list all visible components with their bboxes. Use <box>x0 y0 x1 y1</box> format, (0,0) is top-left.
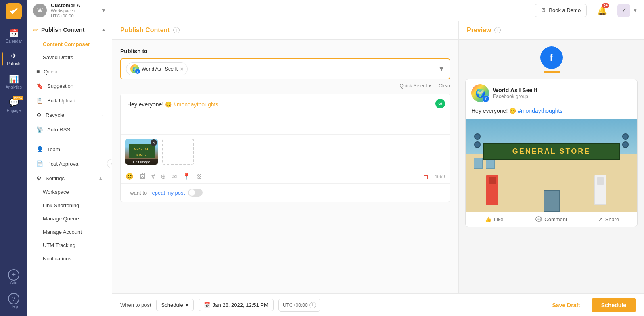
demo-icon: 🖥 <box>541 7 546 14</box>
sidebar-item-team[interactable]: 👤 Team <box>30 142 109 156</box>
preview-card-actions: 👍 Like 💬 Comment <box>466 212 637 227</box>
notification-badge: 9+ <box>602 3 609 8</box>
hubcap-1 <box>474 133 481 140</box>
link-toolbar-icon[interactable]: ⛓ <box>196 173 202 180</box>
sidebar-item-bulk-upload[interactable]: 📋 Bulk Upload <box>30 94 109 107</box>
sidebar-section-header: ✏ Publish Content ▲ <box>27 21 112 37</box>
book-demo-button[interactable]: 🖥 Book a Demo <box>535 4 587 17</box>
mail-toolbar-icon[interactable]: ✉ <box>171 173 177 180</box>
grammarly-button[interactable]: G <box>435 99 445 108</box>
right-decor <box>622 133 629 148</box>
sidebar-item-settings[interactable]: ⚙ Settings ▲ <box>30 171 109 185</box>
more-toolbar-icon[interactable]: ⊕ <box>161 173 166 180</box>
sidebar-chevron-up-icon[interactable]: ▲ <box>101 27 106 33</box>
publish-info-icon[interactable]: i <box>173 27 180 33</box>
workspace-meta: Workspace • UTC+00:00 <box>51 8 97 18</box>
sidebar-item-saved-drafts[interactable]: Saved Drafts <box>30 51 109 64</box>
like-button[interactable]: 👍 Like <box>466 212 523 227</box>
editor-toolbar: 😊 🖼 # ⊕ ✉ 📍 ⛓ 🗑 <box>121 169 450 183</box>
team-icon: 👤 <box>36 146 43 152</box>
divider-v: | <box>434 83 435 89</box>
store-sign: GENERAL STORE <box>129 144 155 158</box>
sidebar-item-queue[interactable]: ≡ Queue <box>30 64 109 78</box>
media-remove-button[interactable]: × <box>151 139 157 146</box>
sidebar-item-content-composer[interactable]: Content Composer <box>30 38 109 50</box>
hashtag-toolbar-icon[interactable]: # <box>151 173 155 180</box>
nav-item-calendar[interactable]: 📅 Calendar <box>2 24 26 48</box>
recycle-chevron-icon: › <box>101 112 103 117</box>
timezone-info-icon[interactable]: i <box>309 302 316 308</box>
sidebar-sub-utm-tracking[interactable]: UTM Tracking <box>30 239 109 252</box>
repeat-toggle[interactable] <box>188 189 203 197</box>
workspace-details: Customer A Workspace • UTC+00:00 <box>51 2 97 18</box>
date-picker-button[interactable]: 📅 Jan 28, 2022, 12:51 PM <box>199 299 274 311</box>
sidebar-item-recycle[interactable]: ♻ Recycle › <box>30 108 109 122</box>
preview-account-name: World As I See It <box>493 87 537 94</box>
sidebar-sub-link-shortening[interactable]: Link Shortening <box>30 199 109 212</box>
sidebar-sub-notifications[interactable]: Notifications <box>30 252 109 265</box>
delete-toolbar-icon[interactable]: 🗑 <box>423 173 429 180</box>
content-body: Publish to 🌍 f <box>112 40 458 293</box>
publish-content-heading: Publish Content <box>41 27 101 33</box>
add-media-button[interactable]: + <box>162 139 194 165</box>
quick-select-button[interactable]: Quick Select ▾ <box>400 83 431 89</box>
post-approval-icon: 📄 <box>36 160 43 167</box>
rss-icon: 📡 <box>36 126 43 133</box>
schedule-button[interactable]: Schedule <box>592 298 636 312</box>
app-logo[interactable] <box>6 3 22 19</box>
publish-tags: 🌍 f World As I See It × <box>126 62 188 75</box>
repeat-post-link[interactable]: repeat my post <box>150 190 185 196</box>
schedule-dropdown[interactable]: Schedule ▾ <box>156 299 194 311</box>
nav-item-help[interactable]: ? Help <box>2 289 26 313</box>
beta-badge: BETA <box>13 96 23 100</box>
schedule-chevron-down-icon: ▾ <box>186 302 188 308</box>
user-avatar-button[interactable]: ✓ ▼ <box>617 4 638 17</box>
clear-button[interactable]: Clear <box>439 83 450 89</box>
workspace-selector[interactable]: W Customer A Workspace • UTC+00:00 ▼ <box>27 0 112 21</box>
edit-image-label[interactable]: Edit Image <box>125 159 158 165</box>
nav-item-add[interactable]: + Add <box>2 265 26 289</box>
quick-select-row: Quick Select ▾ | Clear <box>120 83 450 89</box>
sidebar-item-post-approval[interactable]: 📄 Post Approval <box>30 157 109 170</box>
share-button[interactable]: ↗ Share <box>580 212 637 227</box>
nav-item-publish[interactable]: ✈ Publish <box>2 48 26 70</box>
settings-gear-icon: ⚙ <box>36 175 42 181</box>
settings-chevron-up-icon: ▲ <box>98 176 103 181</box>
nav-item-engage[interactable]: 💬 Engage BETA <box>2 94 26 117</box>
preview-info-icon[interactable]: i <box>494 27 501 33</box>
location-toolbar-icon[interactable]: 📍 <box>182 173 190 180</box>
save-draft-button[interactable]: Save Draft <box>546 299 586 312</box>
calendar-icon: 📅 <box>9 28 19 38</box>
media-thumbnail: GENERAL STORE Edit Image × <box>125 139 158 165</box>
media-section: GENERAL STORE Edit Image × + <box>121 134 450 169</box>
sidebar-item-suggestion[interactable]: 🔖 Suggestion <box>30 79 109 93</box>
emoji-toolbar-icon[interactable]: 😊 <box>125 173 134 180</box>
preview-hashtag: #mondaythoughts <box>518 108 562 114</box>
sidebar-sub-workspace[interactable]: Workspace <box>30 186 109 198</box>
tag-remove-icon[interactable]: × <box>180 66 183 72</box>
preview-account-type: Facebook group <box>493 94 537 99</box>
sidebar-sub-manage-queue[interactable]: Manage Queue <box>30 212 109 225</box>
gas-pump-right <box>594 175 606 205</box>
content-panel: Publish Content i Publish to <box>112 21 458 293</box>
publish-to-selector[interactable]: 🌍 f World As I See It × ▼ <box>120 58 450 79</box>
workspace-chevron-icon[interactable]: ▼ <box>101 8 106 13</box>
user-menu-chevron: ▼ <box>633 8 638 13</box>
fb-underline <box>544 71 560 73</box>
text-editor-content[interactable]: Hey everyone! 😊 #mondaythoughts <box>121 94 450 134</box>
selector-chevron-down-icon: ▼ <box>438 65 445 73</box>
door <box>544 190 560 212</box>
sidebar-sub-manage-account[interactable]: Manage Account <box>30 226 109 238</box>
window-1 <box>474 158 483 169</box>
image-toolbar-icon[interactable]: 🖼 <box>139 173 146 180</box>
toolbar-right: 🗑 4969 <box>423 173 445 180</box>
comment-button[interactable]: 💬 Comment <box>523 212 580 227</box>
notifications-button[interactable]: 🔔 9+ <box>595 3 609 18</box>
pump-display-2 <box>597 177 604 185</box>
sidebar-item-auto-rss[interactable]: 📡 Auto RSS <box>30 123 109 136</box>
nav-item-analytics[interactable]: 📊 Analytics <box>2 70 26 94</box>
preview-text-content: Hey everyone! 😊 <box>471 108 518 114</box>
preview-image: General Store <box>466 119 637 212</box>
quick-select-chevron-icon: ▾ <box>429 83 431 89</box>
top-header: W Customer A Workspace • UTC+00:00 ▼ 🖥 B… <box>27 0 644 21</box>
